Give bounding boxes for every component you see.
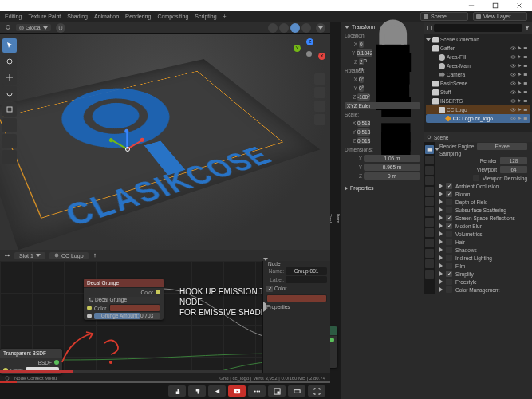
eye-icon[interactable] xyxy=(510,45,516,51)
render-section-row[interactable]: Freestyle xyxy=(435,278,532,286)
disclosure-icon[interactable] xyxy=(439,184,443,188)
rotation-x-field[interactable]: 0° xyxy=(359,76,364,83)
rotation-z-field[interactable]: -180° xyxy=(357,93,370,101)
slot-dropdown[interactable]: Slot 1 xyxy=(14,252,45,259)
eye-icon[interactable] xyxy=(510,107,516,113)
render-section-row[interactable]: Screen Space Reflections xyxy=(435,214,532,222)
selectable-icon[interactable] xyxy=(517,107,522,113)
world-tab[interactable] xyxy=(425,187,434,196)
share-button[interactable] xyxy=(208,385,226,397)
outliner-row[interactable]: CC Logo cc_logo xyxy=(426,114,530,123)
section-checkbox[interactable] xyxy=(446,183,452,189)
render-section-row[interactable]: Ambient Occlusion xyxy=(435,182,532,190)
pan-button[interactable] xyxy=(314,87,325,98)
outliner-row[interactable]: Stuff xyxy=(426,88,530,97)
selectable-icon[interactable] xyxy=(517,89,522,95)
render-section-row[interactable]: Simplify xyxy=(435,270,532,278)
selectable-icon[interactable] xyxy=(517,54,522,60)
filter-icon[interactable] xyxy=(525,26,530,30)
maximize-button[interactable] xyxy=(486,0,505,11)
thumb-up-button[interactable] xyxy=(168,385,186,397)
miniplayer-button[interactable] xyxy=(268,385,286,397)
shading-options[interactable] xyxy=(316,23,325,33)
constraints-tab[interactable] xyxy=(425,239,434,247)
section-checkbox[interactable] xyxy=(446,207,452,213)
dim-z-field[interactable]: 0 m xyxy=(364,172,420,180)
rotate-tool[interactable] xyxy=(2,86,17,101)
section-checkbox[interactable] xyxy=(446,191,452,197)
render-section-row[interactable]: Depth of Field xyxy=(435,198,532,206)
disclosure-icon[interactable] xyxy=(439,207,443,212)
render-icon[interactable] xyxy=(523,89,529,95)
outliner-search[interactable] xyxy=(434,24,522,32)
render-samples-field[interactable]: 128 xyxy=(500,157,527,164)
node-name-input[interactable]: Group.001 xyxy=(286,267,327,275)
dim-y-field[interactable]: 0.965 m xyxy=(364,164,420,171)
outliner-row[interactable]: INSERTS xyxy=(426,97,530,105)
move-tool[interactable] xyxy=(2,70,17,85)
render-section-row[interactable]: Shadows xyxy=(435,246,532,254)
section-checkbox[interactable] xyxy=(446,271,452,277)
scale-tool[interactable] xyxy=(2,102,17,117)
thumb-down-button[interactable] xyxy=(188,385,206,397)
transform-gizmo[interactable] xyxy=(116,137,140,161)
render-section-row[interactable]: Film xyxy=(435,262,532,270)
output-socket[interactable] xyxy=(156,290,160,294)
section-checkbox[interactable] xyxy=(446,255,452,261)
scale-x-field[interactable]: 0.513 xyxy=(357,120,370,127)
outliner-row[interactable]: Gaffer xyxy=(426,44,530,53)
viewport-denoising-checkbox[interactable] xyxy=(473,175,479,181)
workspace-tab[interactable]: Rendering xyxy=(125,14,151,19)
section-checkbox[interactable] xyxy=(446,279,452,285)
eye-icon[interactable] xyxy=(510,63,516,69)
render-section-row[interactable]: Bloom xyxy=(435,190,532,198)
pin-icon[interactable] xyxy=(93,253,97,258)
orbit-gizmo[interactable]: X Y Z xyxy=(294,38,325,70)
orbit-x[interactable]: X xyxy=(318,53,325,60)
editor-type-icon[interactable] xyxy=(5,24,11,31)
scene-tab[interactable] xyxy=(425,176,434,185)
rotation-y-field[interactable]: 0° xyxy=(359,85,364,92)
node-header[interactable]: Decal Grunge xyxy=(84,279,164,288)
render-section-row[interactable]: Color Management xyxy=(435,286,532,294)
selectable-icon[interactable] xyxy=(517,81,522,86)
texture-tab[interactable] xyxy=(425,270,434,279)
subscribe-button[interactable] xyxy=(228,385,246,397)
dim-x-field[interactable]: 1.05 m xyxy=(364,155,420,162)
theater-button[interactable] xyxy=(288,385,305,397)
workspace-tab[interactable]: Animation xyxy=(94,14,119,19)
disclosure-icon[interactable] xyxy=(439,239,443,244)
render-section-row[interactable]: Subsurface Scattering xyxy=(435,206,532,214)
workspace-tab[interactable]: Editing xyxy=(5,14,22,19)
render-section-row[interactable]: Motion Blur xyxy=(435,222,532,230)
particle-tab[interactable] xyxy=(425,218,434,227)
eye-icon[interactable] xyxy=(510,89,516,95)
zoom-button[interactable] xyxy=(314,73,325,85)
render-icon[interactable] xyxy=(523,107,529,113)
disclosure-icon[interactable] xyxy=(439,200,443,204)
editor-type-icon[interactable] xyxy=(4,252,10,259)
render-icon[interactable] xyxy=(523,72,529,77)
fullscreen-button[interactable] xyxy=(308,385,325,397)
scale-y-field[interactable]: 0.513 xyxy=(357,128,370,136)
eye-icon[interactable] xyxy=(510,72,516,77)
render-section-row[interactable]: Indirect Lighting xyxy=(435,254,532,262)
minimize-button[interactable] xyxy=(462,0,481,11)
disclosure-icon[interactable] xyxy=(439,255,443,260)
material-selector[interactable]: CC Logo xyxy=(49,252,89,259)
color-field[interactable] xyxy=(109,304,160,312)
render-icon[interactable] xyxy=(523,81,529,86)
disclosure-icon[interactable] xyxy=(439,279,443,284)
render-icon[interactable] xyxy=(523,45,529,51)
section-checkbox[interactable] xyxy=(446,239,452,245)
node-color-field[interactable] xyxy=(266,294,327,302)
outliner-row[interactable]: Area-Main xyxy=(426,61,530,70)
render-tab[interactable] xyxy=(425,145,434,154)
workspace-tab[interactable]: Shading xyxy=(67,14,88,19)
scene-selector[interactable]: Scene xyxy=(420,12,468,21)
render-icon[interactable] xyxy=(523,98,529,104)
section-checkbox[interactable] xyxy=(446,263,452,269)
node-decal-grunge[interactable]: Decal Grunge Color Decal Grunge Color Gr… xyxy=(84,279,164,320)
node-header[interactable]: Transparent BSDF xyxy=(0,349,62,358)
orbit-z[interactable]: Z xyxy=(306,38,313,45)
